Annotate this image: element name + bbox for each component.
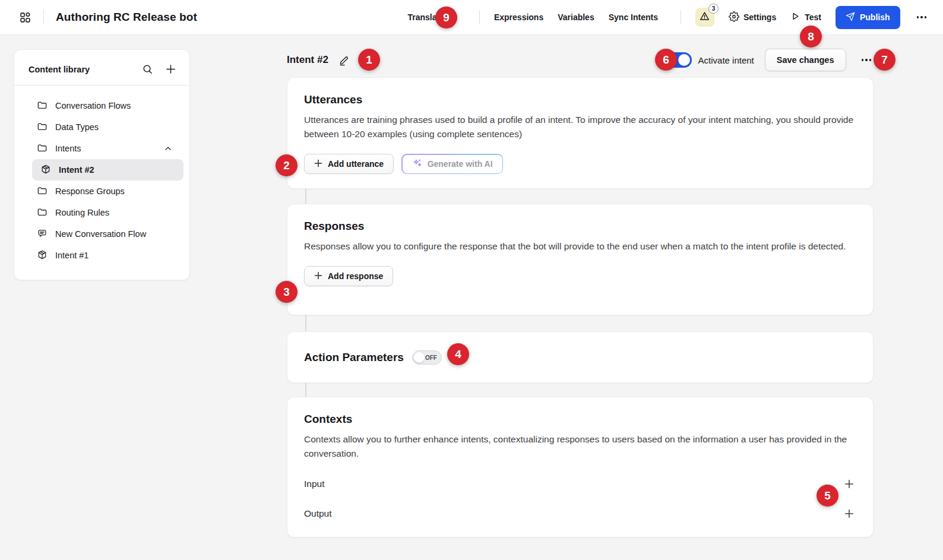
sidebar-item-intent-2[interactable]: Intent #2 [32,159,183,181]
sidebar-item-response-groups[interactable]: Response Groups [20,181,183,202]
toggle-knob [414,352,425,363]
folder-icon [37,143,48,155]
bot-title: Authoring RC Release bot [56,11,197,24]
sidebar-item-label: Conversation Flows [55,101,131,110]
context-output-row: Output [304,499,856,529]
context-input-label: Input [304,479,324,489]
add-response-button[interactable]: Add response [304,266,393,286]
plus-icon [314,159,322,169]
sidebar-item-label: Routing Rules [55,208,109,217]
annotation-badge-8: 8 [800,26,822,48]
sparkle-icon [412,158,422,170]
sidebar-item-data-types[interactable]: Data Types [20,116,183,138]
page-title: Intent #2 [287,54,328,66]
sidebar-item-intent-1[interactable]: Intent #1 [20,245,183,266]
sidebar-item-label: Intent #1 [55,251,88,260]
add-content-button[interactable] [165,64,176,75]
folder-icon [37,207,48,219]
add-output-context-button[interactable] [842,507,856,521]
header-divider [43,10,44,24]
utterances-card: Utterances Utterances are training phras… [287,77,874,189]
intent-cube-icon [40,164,51,176]
conversation-bubble-icon [37,228,48,241]
annotation-badge-7: 7 [874,49,895,71]
folder-icon [37,121,48,134]
responses-description: Responses allow you to configure the res… [304,239,856,254]
app-screen: Authoring RC Release bot Translations Ex… [0,0,943,560]
sidebar-item-label: Intents [55,144,81,153]
add-utterance-label: Add utterance [328,159,384,169]
intent-more-button[interactable] [859,56,874,64]
annotation-badge-2: 2 [276,154,298,176]
annotation-badge-1: 1 [358,49,380,71]
action-parameters-title: Action Parameters [304,351,404,364]
sidebar-item-label: New Conversation Flow [55,229,146,239]
activate-intent-label: Activate intent [698,55,754,65]
plus-icon [314,271,322,281]
generate-with-ai-label: Generate with AI [428,159,493,169]
responses-title: Responses [304,220,856,233]
chevron-up-icon[interactable] [163,144,173,153]
sidebar-item-label: Response Groups [55,186,125,196]
sidebar-item-new-conversation-flow[interactable]: New Conversation Flow [20,223,183,245]
sidebar-item-label: Data Types [55,122,99,132]
content-library-tree: Conversation Flows Data Types Intents [14,86,189,276]
context-output-label: Output [304,508,332,519]
annotation-badge-3: 3 [276,281,298,303]
annotation-badge-9: 9 [435,7,457,29]
context-input-row: Input [304,469,856,499]
sidebar-item-routing-rules[interactable]: Routing Rules [20,202,183,223]
toggle-knob [678,54,690,66]
content-library-title: Content library [29,65,90,74]
contexts-title: Contexts [304,413,856,426]
content-library-panel: Content library [14,49,190,280]
intent-cube-icon [37,249,48,262]
search-icon[interactable] [142,64,153,75]
responses-card: Responses Responses allow you to configu… [287,204,874,315]
intent-editor: Intent #2 ON Activate intent Save change… [287,0,874,560]
annotation-badge-5: 5 [817,485,838,507]
sidebar-item-conversation-flows[interactable]: Conversation Flows [20,95,183,116]
utterances-title: Utterances [304,93,856,106]
sidebar-item-intents[interactable]: Intents [20,138,183,159]
utterances-description: Utterances are training phrases used to … [304,113,856,141]
generate-with-ai-button[interactable]: Generate with AI [401,154,503,174]
contexts-description: Contexts allow you to further enhance in… [304,432,856,461]
action-parameters-card: Action Parameters OFF [287,331,874,383]
sidebar-item-label: Intent #2 [59,165,94,175]
annotation-badge-4: 4 [447,343,469,365]
folder-icon [37,185,48,198]
add-response-label: Add response [328,271,383,281]
header-more-button[interactable] [914,14,929,21]
edit-pencil-icon[interactable] [338,55,350,66]
add-input-context-button[interactable] [842,477,856,491]
toggle-off-label: OFF [425,354,437,360]
contexts-card: Contexts Contexts allow you to further e… [287,397,874,537]
apps-grid-icon[interactable] [19,11,31,24]
save-changes-button[interactable]: Save changes [765,49,846,71]
folder-icon [37,100,48,112]
action-parameters-toggle[interactable]: OFF [412,350,442,365]
add-utterance-button[interactable]: Add utterance [304,154,394,174]
annotation-badge-6: 6 [655,49,677,71]
